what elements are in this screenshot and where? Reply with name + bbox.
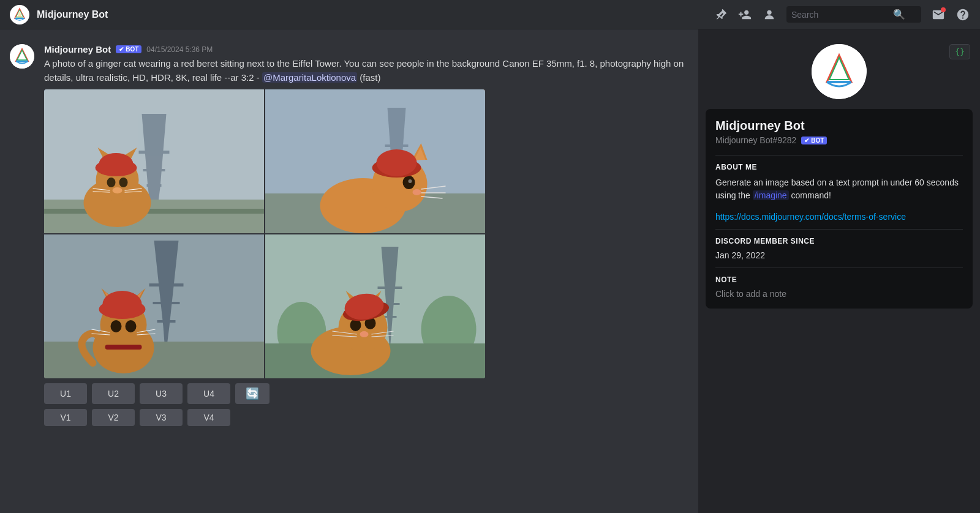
image-grid [44,89,485,378]
svg-point-66 [103,291,142,318]
search-box[interactable]: 🔍 [786,6,921,23]
image-cell-3[interactable] [44,234,264,378]
svg-point-22 [107,178,116,187]
svg-rect-52 [149,283,184,286]
check-icon: ✔ [119,46,124,53]
svg-rect-55 [44,342,264,378]
v2-button[interactable]: V2 [92,409,135,426]
svg-point-43 [413,189,421,195]
rp-avatar [812,44,867,99]
svg-point-62 [111,320,122,332]
svg-rect-13 [139,151,170,154]
svg-point-42 [409,179,412,183]
message-text: A photo of a ginger cat wearing a red be… [44,57,688,84]
rp-bot-tag: Midjourney Bot#9282 [715,135,796,145]
svg-point-86 [360,331,369,337]
message-timestamp: 04/15/2024 5:36 PM [146,45,213,54]
divider-1 [715,155,963,155]
add-member-icon[interactable] [737,7,752,22]
image-cell-1[interactable] [44,89,264,233]
rp-body: Midjourney Bot Midjourney Bot#9282 ✔ BOT… [706,109,973,309]
about-title: ABOUT ME [715,163,963,171]
svg-rect-54 [157,320,176,323]
note-title: NOTE [715,275,963,284]
refresh-button[interactable]: 🔄 [235,383,270,404]
action-buttons-row1: U1 U2 U3 U4 🔄 [44,383,688,404]
message-author: Midjourney Bot [44,44,111,54]
svg-rect-53 [153,302,180,304]
image-cell-2[interactable] [265,89,485,233]
help-icon[interactable] [956,7,970,22]
rp-bot-name: Midjourney Bot [715,119,963,133]
note-field[interactable]: Click to add a note [715,289,963,299]
avatar [10,44,34,69]
message-header: Midjourney Bot ✔ BOT 04/15/2024 5:36 PM [44,44,688,54]
svg-rect-34 [385,144,409,147]
svg-point-93 [812,44,867,99]
rp-bot-badge: ✔ BOT [801,137,827,144]
rp-header: {} [698,29,980,109]
search-input[interactable] [791,10,889,20]
svg-rect-76 [378,286,402,289]
member-since-date: Jan 29, 2022 [715,250,963,260]
svg-rect-15 [147,184,162,187]
svg-point-5 [767,10,771,14]
divider-3 [715,268,963,268]
refresh-icon: 🔄 [246,387,259,400]
svg-point-26 [99,153,134,175]
message-row: Midjourney Bot ✔ BOT 04/15/2024 5:36 PM … [0,39,698,431]
v4-button[interactable]: V4 [187,409,230,426]
channel-title: Midjourney Bot [37,9,108,20]
topbar: Midjourney Bot 🔍 [0,0,980,29]
right-panel: {} Midjourney Bot Midjourney Bot#9282 ✔ … [698,29,980,513]
inbox-icon[interactable] [931,7,946,22]
action-buttons-row2: V1 V2 V3 V4 [44,409,688,426]
svg-rect-16 [44,200,264,233]
v3-button[interactable]: V3 [140,409,183,426]
bot-badge: ✔ BOT [116,45,141,53]
rp-tag-row: Midjourney Bot#9282 ✔ BOT [715,135,963,145]
search-icon: 🔍 [893,9,905,20]
profile-icon[interactable] [762,7,777,22]
message-content: Midjourney Bot ✔ BOT 04/15/2024 5:36 PM … [44,44,688,426]
about-text: Generate an image based on a text prompt… [715,176,963,202]
divider-2 [715,229,963,230]
svg-rect-17 [44,209,264,214]
app-logo [10,5,29,24]
topbar-icons: 🔍 [713,6,970,23]
svg-point-23 [119,178,128,187]
u2-button[interactable]: U2 [92,383,135,404]
u3-button[interactable]: U3 [140,383,183,404]
chat-area: Midjourney Bot ✔ BOT 04/15/2024 5:36 PM … [0,29,698,513]
svg-point-24 [113,187,123,193]
image-cell-4[interactable] [265,234,485,378]
svg-point-63 [126,320,137,332]
tos-link[interactable]: https://docs.midjourney.com/docs/terms-o… [715,212,906,222]
pin-icon[interactable] [713,7,728,22]
u1-button[interactable]: U1 [44,383,87,404]
mention[interactable]: @MargaritaLoktionova [262,72,357,83]
u4-button[interactable]: U4 [187,383,230,404]
main-content: Midjourney Bot ✔ BOT 04/15/2024 5:36 PM … [0,29,980,513]
rp-check-icon: ✔ [804,137,809,144]
svg-point-45 [377,149,417,176]
imagine-command[interactable]: /imagine [753,190,789,200]
v1-button[interactable]: V1 [44,409,87,426]
svg-rect-64 [105,345,142,350]
member-since-title: DISCORD MEMBER SINCE [715,237,963,245]
code-button[interactable]: {} [949,44,970,59]
svg-rect-14 [143,169,165,171]
